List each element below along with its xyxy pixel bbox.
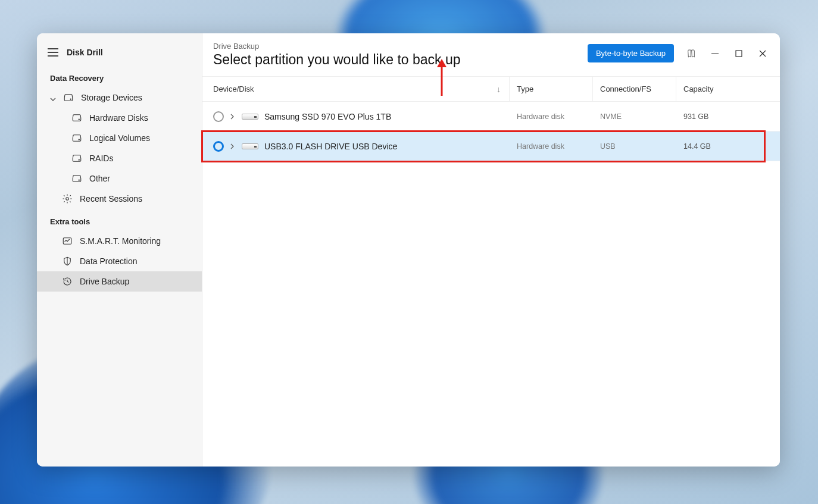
column-header-capacity[interactable]: Capacity	[676, 77, 773, 101]
device-type: Hardware disk	[510, 112, 593, 121]
disk-icon	[71, 173, 82, 184]
sidebar-item-label: Drive Backup	[80, 277, 129, 286]
sidebar-item-recent-sessions[interactable]: Recent Sessions	[37, 189, 202, 209]
section-data-recovery: Data Recovery	[37, 65, 202, 87]
chart-icon	[62, 236, 73, 246]
device-name: Samsung SSD 970 EVO Plus 1TB	[264, 112, 391, 121]
device-connection: NVME	[593, 112, 676, 121]
header: Drive Backup Select partition you would …	[202, 33, 780, 77]
device-capacity: 931 GB	[676, 112, 773, 121]
sidebar-item-other[interactable]: Other	[37, 168, 202, 189]
sidebar-item-label: RAIDs	[89, 154, 113, 163]
disk-icon	[71, 133, 82, 143]
sidebar-item-label: Recent Sessions	[80, 194, 142, 204]
radio-unselected[interactable]	[213, 111, 224, 122]
column-header-connection[interactable]: Connection/FS	[593, 77, 676, 101]
drive-icon	[242, 143, 258, 149]
sidebar-item-label: Storage Devices	[81, 93, 142, 102]
maximize-button[interactable]	[732, 47, 745, 60]
app-title: Disk Drill	[67, 48, 103, 57]
sidebar-item-data-protection[interactable]: Data Protection	[37, 251, 202, 271]
table-header: Device/Disk ↓ Type Connection/FS Capacit…	[202, 77, 780, 102]
sidebar-item-smart[interactable]: S.M.A.R.T. Monitoring	[37, 231, 202, 251]
disk-icon	[71, 112, 82, 123]
device-connection: USB	[593, 142, 676, 151]
sidebar-item-label: Other	[89, 174, 110, 183]
close-button[interactable]	[756, 47, 769, 60]
main-content: Drive Backup Select partition you would …	[202, 33, 780, 467]
sidebar-item-label: Hardware Disks	[89, 113, 148, 123]
sort-arrow-icon: ↓	[497, 84, 501, 94]
bookmark-icon[interactable]	[685, 47, 698, 60]
byte-to-byte-backup-button[interactable]: Byte-to-byte Backup	[588, 44, 674, 62]
history-icon	[62, 276, 73, 287]
sidebar-item-label: S.M.A.R.T. Monitoring	[80, 236, 161, 246]
app-window: Disk Drill Data Recovery Storage Devices…	[37, 33, 780, 467]
table-row[interactable]: Samsung SSD 970 EVO Plus 1TB Hardware di…	[202, 102, 780, 132]
svg-point-5	[66, 198, 69, 201]
menu-icon[interactable]	[48, 48, 58, 57]
drive-icon	[242, 114, 258, 120]
sidebar-item-label: Data Protection	[80, 256, 138, 266]
shield-icon	[62, 256, 73, 267]
chevron-down-icon	[50, 95, 56, 101]
page-title: Select partition you would like to back …	[213, 52, 461, 68]
sidebar-item-drive-backup[interactable]: Drive Backup	[37, 271, 202, 292]
svg-point-0	[70, 99, 71, 99]
sidebar-item-raids[interactable]: RAIDs	[37, 148, 202, 168]
svg-point-1	[79, 119, 79, 120]
minimize-button[interactable]	[708, 47, 722, 60]
sidebar-item-hardware-disks[interactable]: Hardware Disks	[37, 108, 202, 128]
column-header-type[interactable]: Type	[510, 77, 593, 101]
svg-rect-8	[736, 51, 742, 57]
chevron-right-icon[interactable]	[230, 143, 236, 149]
sidebar: Disk Drill Data Recovery Storage Devices…	[37, 33, 202, 467]
device-name: USB3.0 FLASH DRIVE USB Device	[264, 142, 397, 151]
table-body: Samsung SSD 970 EVO Plus 1TB Hardware di…	[202, 102, 780, 161]
svg-point-2	[79, 139, 79, 140]
svg-point-4	[79, 180, 79, 180]
svg-point-3	[79, 159, 79, 160]
gear-icon	[62, 193, 73, 204]
disk-icon	[63, 92, 74, 103]
chevron-right-icon[interactable]	[230, 114, 236, 120]
device-type: Hardware disk	[510, 142, 593, 151]
table-row[interactable]: USB3.0 FLASH DRIVE USB Device Hardware d…	[202, 132, 780, 161]
section-extra-tools: Extra tools	[37, 209, 202, 231]
radio-selected[interactable]	[213, 141, 224, 152]
sidebar-item-label: Logical Volumes	[89, 133, 150, 143]
sidebar-item-storage-devices[interactable]: Storage Devices	[37, 87, 202, 108]
column-header-device[interactable]: Device/Disk ↓	[213, 77, 510, 101]
breadcrumb: Drive Backup	[213, 42, 461, 51]
device-capacity: 14.4 GB	[676, 142, 773, 151]
sidebar-item-logical-volumes[interactable]: Logical Volumes	[37, 128, 202, 148]
disk-icon	[71, 153, 82, 164]
